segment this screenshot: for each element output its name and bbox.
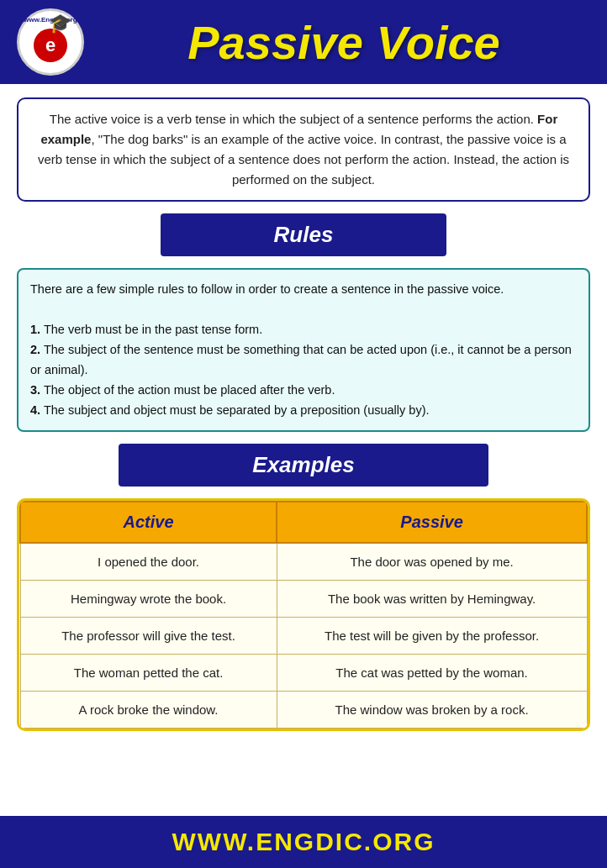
- rules-box: There are a few simple rules to follow i…: [17, 268, 590, 432]
- rule-text-2: The subject of the sentence must be some…: [30, 343, 572, 376]
- main-content: The active voice is a verb tense in whic…: [0, 84, 607, 816]
- examples-heading: Examples: [119, 444, 488, 487]
- table-row: Hemingway wrote the book.The book was wr…: [20, 581, 587, 618]
- passive-cell-1: The book was written by Hemingway.: [277, 581, 587, 618]
- table-row: A rock broke the window.The window was b…: [20, 692, 587, 729]
- table-row: The woman petted the cat.The cat was pet…: [20, 655, 587, 692]
- table-row: I opened the door.The door was opened by…: [20, 543, 587, 581]
- rule-3: 3. The object of the action must be plac…: [30, 381, 577, 401]
- passive-cell-3: The cat was petted by the woman.: [277, 655, 587, 692]
- active-cell-1: Hemingway wrote the book.: [20, 581, 277, 618]
- rule-num-4: 4.: [30, 403, 40, 417]
- examples-table-container: Active Passive I opened the door.The doo…: [17, 498, 590, 731]
- rule-4: 4. The subject and object must be separa…: [30, 401, 577, 421]
- active-cell-0: I opened the door.: [20, 543, 277, 581]
- intro-box: The active voice is a verb tense in whic…: [17, 97, 590, 202]
- footer: WWW.ENGDIC.ORG: [0, 816, 607, 868]
- logo: www.EngDic.org 🎓 e: [17, 8, 84, 76]
- col-active-header: Active: [20, 502, 277, 543]
- rule-num-2: 2.: [30, 343, 40, 356]
- rule-text-3: The object of the action must be placed …: [44, 383, 335, 397]
- rules-heading: Rules: [161, 213, 446, 256]
- rule-2: 2. The subject of the sentence must be s…: [30, 340, 577, 381]
- intro-text: The active voice is a verb tense in whic…: [38, 112, 569, 187]
- rule-1: 1. The verb must be in the past tense fo…: [30, 320, 577, 340]
- intro-bold: For example: [40, 112, 557, 146]
- header: www.EngDic.org 🎓 e Passive Voice: [0, 0, 607, 84]
- rules-intro: There are a few simple rules to follow i…: [30, 280, 577, 300]
- rule-num-1: 1.: [30, 323, 40, 336]
- passive-cell-0: The door was opened by me.: [277, 543, 587, 581]
- footer-text: WWW.ENGDIC.ORG: [172, 828, 435, 855]
- passive-cell-2: The test will be given by the professor.: [277, 618, 587, 655]
- rule-text-1: The verb must be in the past tense form.: [44, 323, 262, 336]
- table-header-row: Active Passive: [20, 502, 587, 543]
- rule-num-3: 3.: [30, 383, 40, 397]
- col-passive-header: Passive: [277, 502, 587, 543]
- active-cell-4: A rock broke the window.: [20, 692, 277, 729]
- page-title: Passive Voice: [98, 15, 590, 70]
- rule-text-4: The subject and object must be separated…: [44, 403, 430, 417]
- graduation-cap-icon: 🎓: [49, 13, 71, 34]
- examples-table: Active Passive I opened the door.The doo…: [19, 501, 588, 729]
- active-cell-2: The professor will give the test.: [20, 618, 277, 655]
- table-row: The professor will give the test.The tes…: [20, 618, 587, 655]
- active-cell-3: The woman petted the cat.: [20, 655, 277, 692]
- passive-cell-4: The window was broken by a rock.: [277, 692, 587, 729]
